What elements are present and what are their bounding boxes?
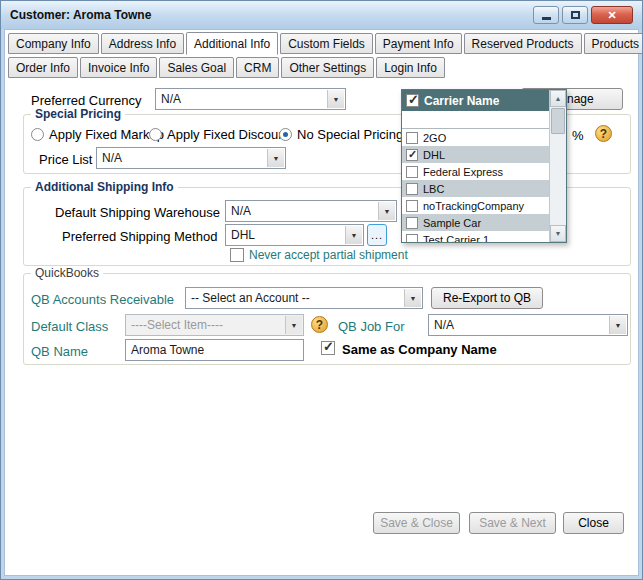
qb-name-input[interactable]: Aroma Towne (125, 339, 304, 361)
save-next-button[interactable]: Save & Next (469, 512, 556, 534)
carrier-checkbox[interactable] (406, 166, 418, 178)
carrier-checkbox[interactable] (406, 183, 418, 195)
carrier-select-all-checkbox[interactable] (406, 94, 419, 107)
qb-name-value: Aroma Towne (131, 343, 204, 357)
tab-company-info[interactable]: Company Info (8, 33, 99, 54)
radio-icon (149, 128, 162, 141)
tab-payment-info[interactable]: Payment Info (375, 33, 462, 54)
window-title: Customer: Aroma Towne (10, 8, 151, 22)
tab-invoice-info[interactable]: Invoice Info (80, 57, 157, 78)
carrier-row[interactable]: Sample Car (402, 214, 549, 231)
carrier-checkbox[interactable] (406, 132, 418, 144)
radio-icon (31, 128, 44, 141)
tab-other-settings[interactable]: Other Settings (281, 57, 374, 78)
carrier-popup-header-label: Carrier Name (424, 94, 499, 108)
window-controls: ✕ (533, 6, 633, 24)
carrier-row[interactable]: noTrackingCompany (402, 197, 549, 214)
carrier-row-blank[interactable] (402, 111, 549, 129)
carrier-row[interactable]: Test Carrier 1 (402, 231, 549, 242)
close-button[interactable]: Close (563, 512, 624, 534)
carrier-row[interactable]: DHL (402, 146, 549, 163)
dropdown-arrow-icon: ▼ (404, 289, 421, 307)
tab-login-info[interactable]: Login Info (376, 57, 445, 78)
carrier-list: 2GO DHL Federal Express LBC noTrackingCo… (402, 111, 549, 242)
qb-accounts-receivable-value: -- Select an Account -- (191, 291, 310, 305)
carrier-row[interactable]: Federal Express (402, 163, 549, 180)
default-shipping-warehouse-dropdown[interactable]: N/A ▼ (225, 200, 397, 222)
never-accept-partial-checkbox[interactable] (230, 248, 244, 262)
customer-dialog: Customer: Aroma Towne ✕ Company Info Add… (0, 0, 643, 580)
scroll-up-icon[interactable]: ▲ (550, 90, 566, 107)
tab-bar-secondary: Order Info Invoice Info Sales Goal CRM O… (8, 57, 445, 78)
dropdown-arrow-icon: ▼ (267, 149, 284, 167)
maximize-button[interactable] (562, 6, 588, 24)
close-window-button[interactable]: ✕ (591, 6, 633, 24)
dropdown-arrow-icon: ▼ (327, 90, 344, 108)
radio-no-special-pricing[interactable]: No Special Pricing (279, 127, 403, 142)
qb-accounts-receivable-dropdown[interactable]: -- Select an Account -- ▼ (185, 287, 423, 309)
minimize-icon (542, 17, 551, 20)
same-as-company-name-checkbox[interactable] (321, 341, 335, 355)
preferred-shipping-method-label: Preferred Shipping Method (62, 229, 217, 244)
carrier-row[interactable]: 2GO (402, 129, 549, 146)
qb-accounts-receivable-label: QB Accounts Receivable (31, 292, 174, 307)
scrollbar-thumb[interactable] (551, 108, 565, 134)
tab-products-on-back-order[interactable]: Products On Back-Order (584, 33, 643, 54)
minimize-button[interactable] (533, 6, 559, 24)
tab-order-info[interactable]: Order Info (8, 57, 78, 78)
percent-label: % (572, 128, 584, 143)
shipping-group-title: Additional Shipping Info (31, 180, 178, 194)
default-class-value: ----Select Item---- (131, 318, 223, 332)
dropdown-arrow-icon: ▼ (285, 316, 302, 334)
tab-custom-fields[interactable]: Custom Fields (280, 33, 373, 54)
carrier-checkbox[interactable] (406, 200, 418, 212)
dropdown-arrow-icon: ▼ (609, 316, 626, 334)
carrier-checkbox[interactable] (406, 234, 418, 243)
dropdown-arrow-icon: ▼ (345, 226, 362, 244)
default-class-dropdown[interactable]: ----Select Item---- ▼ (125, 314, 304, 336)
carrier-popup: Carrier Name 2GO DHL Federal Express LBC (401, 89, 567, 243)
default-shipping-warehouse-value: N/A (231, 204, 251, 218)
radio-icon (279, 128, 292, 141)
price-list-dropdown[interactable]: N/A ▼ (96, 147, 286, 169)
special-pricing-title: Special Pricing (31, 107, 125, 121)
preferred-shipping-method-dropdown[interactable]: DHL ▼ (225, 224, 364, 246)
title-bar[interactable]: Customer: Aroma Towne ✕ (1, 1, 642, 29)
same-as-company-name-label: Same as Company Name (342, 342, 497, 357)
price-list-label: Price List (39, 152, 92, 167)
close-icon: ✕ (607, 9, 616, 22)
qb-job-for-label: QB Job For (338, 319, 404, 334)
never-accept-partial-label: Never accept partial shipment (249, 248, 408, 262)
dropdown-arrow-icon: ▼ (378, 202, 395, 220)
radio-apply-fixed-markup[interactable]: Apply Fixed Markup (31, 127, 164, 142)
carrier-popup-header: Carrier Name (402, 90, 549, 111)
radio-apply-fixed-discount[interactable]: Apply Fixed Discount (149, 127, 289, 142)
maximize-icon (571, 11, 580, 19)
carrier-checkbox[interactable] (406, 149, 418, 161)
carrier-scrollbar[interactable]: ▲ ▼ (549, 90, 566, 242)
carrier-row[interactable]: LBC (402, 180, 549, 197)
qb-job-for-value: N/A (434, 318, 454, 332)
tab-reserved-products[interactable]: Reserved Products (464, 33, 582, 54)
tab-sales-goal[interactable]: Sales Goal (159, 57, 234, 78)
qb-job-for-dropdown[interactable]: N/A ▼ (428, 314, 628, 336)
quickbooks-group-title: QuickBooks (31, 266, 103, 280)
tab-address-info[interactable]: Address Info (101, 33, 184, 54)
tab-additional-info[interactable]: Additional Info (186, 32, 278, 55)
help-icon[interactable]: ? (595, 125, 612, 142)
qb-name-label: QB Name (31, 344, 88, 359)
preferred-currency-dropdown[interactable]: N/A ▼ (155, 88, 346, 110)
preferred-currency-value: N/A (161, 92, 181, 106)
preferred-currency-label: Preferred Currency (31, 93, 142, 108)
reexport-to-qb-button[interactable]: Re-Export to QB (431, 287, 543, 309)
default-class-label: Default Class (31, 319, 108, 334)
tab-bar-primary: Company Info Address Info Additional Inf… (8, 33, 643, 55)
help-icon[interactable]: ? (311, 316, 328, 333)
scroll-down-icon[interactable]: ▼ (550, 225, 566, 242)
default-shipping-warehouse-label: Default Shipping Warehouse (55, 205, 220, 220)
preferred-shipping-method-value: DHL (231, 228, 255, 242)
tab-crm[interactable]: CRM (236, 57, 279, 78)
carrier-checkbox[interactable] (406, 217, 418, 229)
save-close-button[interactable]: Save & Close (373, 512, 460, 534)
shipping-method-browse-button[interactable]: ... (367, 224, 387, 246)
